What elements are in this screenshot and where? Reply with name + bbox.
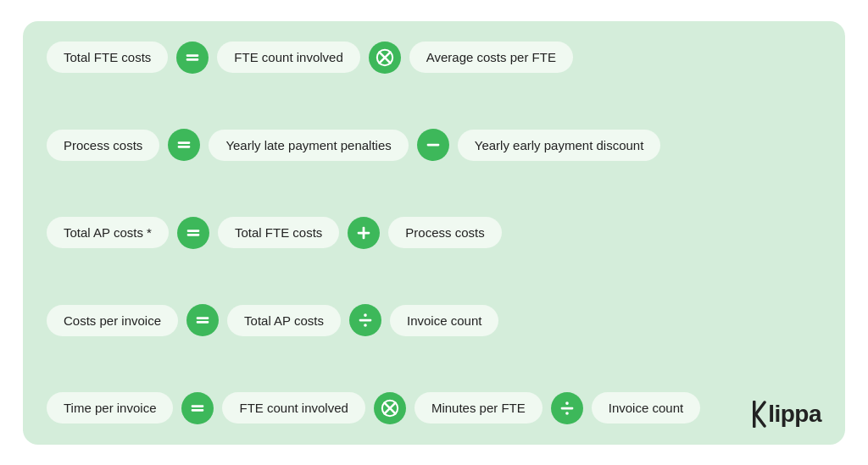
operator-minus-icon	[417, 129, 449, 161]
svg-line-27	[756, 414, 765, 426]
operator-equals-icon	[186, 304, 219, 336]
formula-pill: Total AP costs	[227, 305, 341, 336]
formula-row2: Process costsYearly late payment penalti…	[47, 129, 821, 161]
operator-equals-icon	[176, 42, 209, 74]
svg-rect-14	[359, 319, 372, 322]
svg-rect-11	[363, 226, 365, 239]
svg-point-23	[565, 401, 569, 405]
formula-pill: FTE count involved	[222, 392, 364, 423]
svg-rect-12	[197, 317, 209, 319]
svg-rect-5	[178, 141, 191, 144]
formula-pill: Process costs	[47, 130, 159, 161]
logo-text: lippa	[768, 401, 821, 428]
formula-row5: Time per invoiceFTE count involvedMinute…	[47, 392, 821, 424]
operator-times-icon	[374, 392, 406, 424]
svg-rect-7	[426, 144, 439, 147]
operator-equals-icon	[168, 129, 200, 161]
formula-row4: Costs per invoiceTotal AP costsInvoice c…	[47, 304, 821, 336]
formula-pill: Average costs per FTE	[409, 42, 573, 73]
formula-pill: Costs per invoice	[47, 305, 178, 336]
svg-point-16	[364, 324, 367, 327]
svg-rect-17	[192, 405, 204, 407]
formula-pill: Total AP costs *	[47, 217, 169, 248]
formula-pill: Process costs	[388, 217, 501, 248]
formula-pill: Invoice count	[592, 392, 700, 423]
svg-rect-0	[186, 54, 199, 57]
operator-divide-icon	[551, 392, 583, 424]
logo-k-icon	[751, 399, 766, 429]
logo: lippa	[751, 399, 821, 429]
formula-pill: Invoice count	[390, 305, 498, 336]
formula-pill: Yearly early payment discount	[458, 130, 661, 161]
svg-point-24	[565, 412, 569, 415]
operator-plus-icon	[348, 217, 380, 249]
formula-pill: FTE count involved	[217, 42, 359, 73]
svg-rect-1	[186, 58, 199, 61]
svg-rect-6	[178, 146, 191, 148]
svg-rect-18	[192, 409, 204, 412]
operator-equals-icon	[177, 217, 209, 249]
formula-pill: Minutes per FTE	[415, 392, 542, 423]
operator-times-icon	[369, 42, 401, 74]
svg-line-26	[756, 402, 765, 414]
formula-pill: Time per invoice	[47, 392, 173, 423]
operator-divide-icon	[349, 304, 381, 336]
svg-rect-8	[187, 230, 200, 232]
svg-rect-22	[560, 407, 573, 409]
svg-rect-13	[197, 321, 209, 324]
formula-card: Total FTE costsFTE count involvedAverage…	[23, 21, 845, 445]
formula-pill: Total FTE costs	[218, 217, 339, 248]
operator-equals-icon	[181, 392, 214, 424]
formula-pill: Yearly late payment penalties	[209, 130, 408, 161]
formula-pill: Total FTE costs	[47, 42, 168, 73]
svg-rect-9	[187, 234, 200, 236]
svg-point-15	[364, 313, 367, 317]
formula-row3: Total AP costs *Total FTE costsProcess c…	[47, 217, 821, 249]
formula-row1: Total FTE costsFTE count involvedAverage…	[47, 42, 821, 74]
